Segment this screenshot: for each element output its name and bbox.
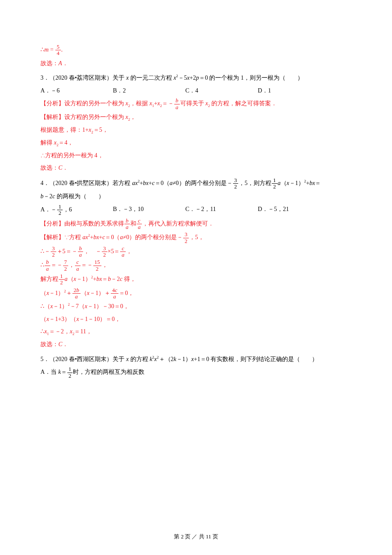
q4-step1: ∴－32＋5＝－ba， －32×5＝ca，	[40, 246, 352, 258]
q5-opt-a: A．当 k＝12时，方程的两根互为相反数	[40, 366, 352, 379]
q3-solution-4: ∴方程的另外一根为 4，	[40, 150, 352, 162]
analysis-label: 【分析】	[40, 220, 64, 227]
q3-opt-a: A．－6	[40, 85, 113, 97]
q3-opt-c: C．4	[185, 85, 258, 97]
q4-options: A．－12，6 B．－3，10 C．－2，11 D．－5，21	[40, 204, 352, 217]
therefore: ∴	[40, 46, 44, 53]
q4-number: 4．	[40, 180, 49, 186]
q3-options: A．－6 B．2 C．4 D．1	[40, 85, 352, 97]
q3-solution-2: 根据题意，得：1+x2＝5，	[40, 124, 352, 136]
q4-analysis: 【分析】由根与系数的关系求得ba和ca，再代入新方程求解便可．	[40, 218, 352, 231]
analysis-label: 【分析】	[40, 100, 64, 107]
q4-step5: ∴（x－1）2－7（x－1）－30＝0，	[40, 301, 352, 312]
top-equation: ∴m = 54.	[40, 44, 352, 57]
q4-step4: （x－1）2＋2ba（x－1）＋4ca＝0，	[40, 287, 352, 300]
q4-step6: （x－1+3）（x－1－10）＝0，	[40, 314, 352, 325]
q4-opt-c: C．－2，11	[185, 204, 258, 217]
q3-analysis: 【分析】设方程的另外一个根为 x2，根据 x1+x2＝－ba可得关于 x2 的方…	[40, 98, 352, 110]
page-total: 11	[206, 533, 211, 540]
q4-step7: ∴x1＝－2，x2＝11，	[40, 326, 352, 338]
q4-stem-line1: 4．（2020 春•拱墅区期末）若方程 ax2+bx+c＝0（a≠0）的两个根分…	[40, 177, 352, 190]
q3-number: 3．	[40, 75, 49, 81]
q4-choice: 故选：C．	[40, 339, 352, 350]
q3-solution-3: 解得 x2＝4，	[40, 137, 352, 149]
q5-number: 5．	[40, 356, 49, 362]
q4-opt-a: A．－12，6	[40, 204, 113, 217]
q5-stem: 5．（2020 春•西湖区期末）关于 x 的方程 k2x2＋（2k－1）x+1＝…	[40, 354, 352, 365]
q3-opt-b: B．2	[113, 85, 185, 97]
top-choice: 故选：A．	[40, 58, 352, 69]
q4-step2: ∴ba＝－72，ca＝－152，	[40, 259, 352, 272]
page-footer: 第 2 页 ／ 共 11 页	[0, 532, 392, 542]
solution-label: 【解析】	[40, 114, 64, 120]
q4-sol-head: 【解析】∵方程 ax2+bx+c＝0（a≠0）的两个根分别是－32，5，	[40, 231, 352, 244]
q3-stem: 3．（2020 春•荔湾区期末）关于 x 的一元二次方程 x2－5x+2p＝0 …	[40, 72, 352, 84]
q3-solution-1: 【解析】设方程的另外一个根为 x2，	[40, 112, 352, 123]
document-page: ∴m = 54. 故选：A． 3．（2020 春•荔湾区期末）关于 x 的一元二…	[0, 0, 392, 555]
q3-opt-d: D．1	[258, 85, 330, 97]
q3-choice: 故选：C．	[40, 162, 352, 174]
q4-stem-line2: b－2c 的两根为（ ）	[40, 191, 352, 202]
solution-label: 【解析】	[40, 234, 64, 240]
q4-step3: 解方程12a（x－1）2+bx＝b－2c 得，	[40, 273, 352, 286]
q4-opt-b: B．－3，10	[113, 204, 185, 217]
q4-opt-d: D．－5，21	[258, 204, 330, 217]
